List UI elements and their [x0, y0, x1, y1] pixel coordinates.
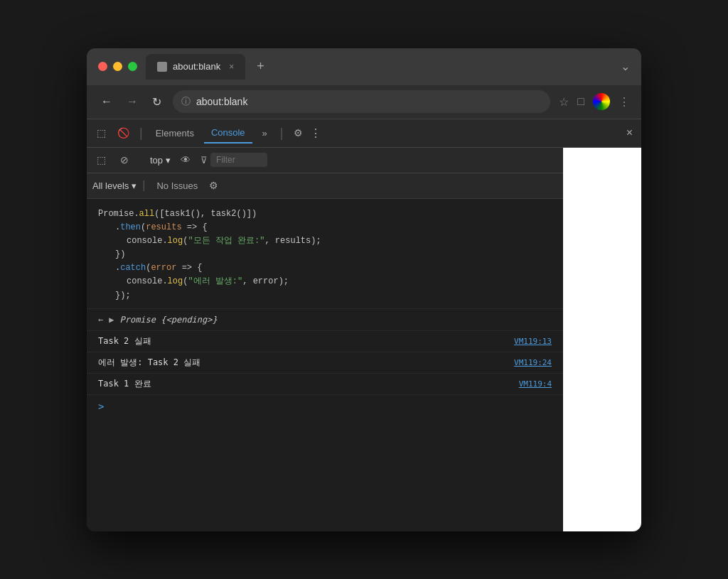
title-bar: about:blank × + ⌄ — [87, 48, 641, 85]
promise-text: Promise {<pending>} — [119, 315, 217, 325]
levels-bar: All levels ▾ | No Issues ⚙ — [87, 173, 563, 199]
reload-button[interactable]: ↻ — [149, 92, 164, 112]
devtools-panel: ⬚ 🚫 | Elements Console » | ⚙ ⋮ × ⬚ ⊘ top… — [87, 119, 641, 531]
log-row-2: 에러 발생: Task 2 실패 VM119:24 — [87, 352, 563, 374]
console-output: Promise.all([task1(), task2()]) .then(re… — [87, 199, 563, 531]
filter-section: ⊽ — [200, 153, 267, 167]
back-button[interactable]: ← — [98, 92, 115, 111]
minimize-button[interactable] — [113, 62, 122, 71]
levels-dropdown-icon: ▾ — [132, 180, 136, 191]
devtools-main: ⬚ ⊘ top ▾ 👁 ⊽ All levels — [87, 148, 641, 531]
extensions-icon[interactable]: □ — [577, 95, 584, 108]
bookmark-icon[interactable]: ☆ — [559, 95, 569, 109]
context-selector[interactable]: top ▾ — [150, 155, 171, 166]
code-line-1: Promise.all([task1(), task2()]) — [98, 207, 552, 221]
code-method: all — [139, 209, 155, 219]
maximize-button[interactable] — [128, 62, 137, 71]
code-line-6: console.log("에러 발생:", error); — [98, 275, 552, 288]
clear-icon[interactable]: ⊘ — [116, 151, 133, 168]
tab-elements[interactable]: Elements — [149, 124, 201, 143]
log-row-3: Task 1 완료 VM119:4 — [87, 374, 563, 395]
code-line-5: .catch(error => { — [98, 261, 552, 275]
log-text-2: 에러 발생: Task 2 실패 — [98, 357, 200, 369]
separator: | — [139, 126, 143, 141]
tab-bar: about:blank × + ⌄ — [146, 54, 630, 80]
code-text: Promise. — [98, 209, 139, 219]
tab-favicon-icon — [157, 62, 167, 72]
result-arrow-icon: ← — [98, 315, 103, 325]
code-line-3: console.log("모든 작업 완료:", results); — [98, 234, 552, 248]
navigation-bar: ← → ↻ ⓘ about:blank ☆ □ ⋮ — [87, 85, 641, 119]
filter-input[interactable] — [210, 153, 267, 167]
console-input-row: > — [87, 395, 563, 418]
clear-console-icon[interactable]: 🚫 — [113, 124, 134, 141]
log-link-2[interactable]: VM119:24 — [514, 358, 552, 367]
forward-button[interactable]: → — [124, 92, 141, 111]
tab-close-button[interactable]: × — [229, 62, 234, 72]
context-label: top — [150, 155, 163, 166]
page-content — [563, 148, 641, 531]
close-button[interactable] — [98, 62, 107, 71]
tab-list-chevron-icon[interactable]: ⌄ — [621, 60, 630, 73]
traffic-lights — [98, 62, 137, 71]
code-line-7: }); — [98, 289, 552, 303]
code-text: ([task1(), task2()]) — [154, 209, 257, 219]
log-link-3[interactable]: VM119:4 — [519, 379, 552, 389]
code-line-4: }) — [98, 248, 552, 261]
devtools-header: ⬚ 🚫 | Elements Console » | ⚙ ⋮ × — [87, 119, 641, 148]
log-text-1: Task 2 실패 — [98, 335, 151, 347]
active-tab[interactable]: about:blank × — [146, 54, 245, 80]
browser-window: about:blank × + ⌄ ← → ↻ ⓘ about:blank ☆ … — [87, 48, 641, 531]
devtools-close-button[interactable]: × — [623, 124, 636, 142]
no-issues-label: No Issues — [151, 180, 203, 191]
input-prompt: > — [98, 401, 104, 412]
log-row-1: Task 2 실패 VM119:13 — [87, 331, 563, 352]
settings-icon[interactable]: ⚙ — [289, 124, 307, 141]
tab-console[interactable]: Console — [204, 123, 252, 144]
code-block: Promise.all([task1(), task2()]) .then(re… — [87, 202, 563, 309]
tab-more[interactable]: » — [255, 124, 274, 143]
log-link-1[interactable]: VM119:13 — [514, 337, 552, 346]
inspector-icon[interactable]: ⬚ — [92, 124, 110, 141]
promise-result-row: ← ▶ Promise {<pending>} — [87, 309, 563, 331]
separator2: | — [280, 126, 284, 141]
levels-label: All levels — [92, 180, 129, 191]
nav-actions: ☆ □ ⋮ — [559, 93, 630, 110]
eye-icon[interactable]: 👁 — [176, 151, 195, 168]
code-line-2: .then(results => { — [98, 221, 552, 234]
address-text: about:blank — [196, 96, 247, 107]
levels-selector[interactable]: All levels ▾ — [92, 180, 136, 191]
issues-settings-icon[interactable]: ⚙ — [209, 180, 218, 191]
console-panel: ⬚ ⊘ top ▾ 👁 ⊽ All levels — [87, 148, 563, 531]
filter-icon: ⊽ — [200, 155, 208, 166]
context-dropdown-icon: ▾ — [166, 155, 171, 166]
new-tab-button[interactable]: + — [251, 56, 270, 77]
console-toolbar: ⬚ ⊘ top ▾ 👁 ⊽ — [87, 148, 563, 173]
tab-title: about:blank — [173, 61, 220, 72]
profile-avatar[interactable] — [593, 93, 610, 110]
log-text-3: Task 1 완료 — [98, 378, 151, 390]
address-bar[interactable]: ⓘ about:blank — [173, 90, 550, 113]
separator-pipe: | — [142, 179, 145, 192]
expand-icon[interactable]: ▶ — [109, 315, 114, 325]
info-icon: ⓘ — [181, 95, 191, 108]
devtools-more-icon[interactable]: ⋮ — [310, 126, 321, 140]
sidebar-icon[interactable]: ⬚ — [92, 151, 110, 168]
more-menu-icon[interactable]: ⋮ — [619, 95, 630, 109]
